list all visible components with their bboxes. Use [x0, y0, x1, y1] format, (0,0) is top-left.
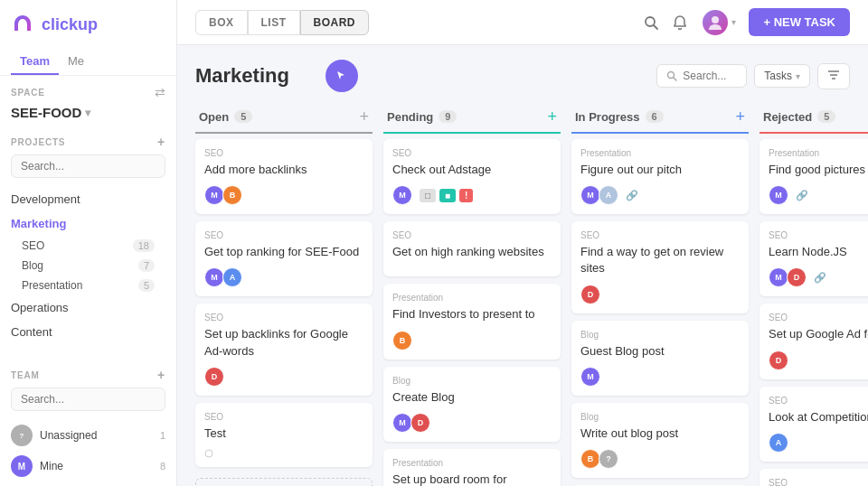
avatar: M [392, 413, 412, 433]
column-header-rejected: Rejected 5 + [760, 101, 868, 134]
view-btn-box[interactable]: BOX [195, 10, 248, 35]
link-icon: 🔗 [814, 272, 826, 284]
user-dropdown-icon[interactable]: ▾ [731, 17, 736, 27]
avatar: A [599, 185, 618, 205]
column-title-rejected: Rejected 5 [763, 110, 835, 124]
avatar: B [222, 185, 242, 205]
column-title-in-progress: In Progress 6 [575, 110, 664, 124]
avatar: D [769, 350, 788, 370]
team-member-mine[interactable]: M Mine 8 [0, 451, 176, 481]
avatar: B [580, 449, 600, 469]
add-card-in-progress-icon[interactable]: + [735, 108, 745, 125]
sidebar-tab-me[interactable]: Me [59, 49, 93, 75]
card-find-investors[interactable]: Presentation Find Investors to present t… [383, 284, 561, 359]
avatar: A [769, 433, 788, 453]
card-backlinks-adwords[interactable]: SEO Set up backlinks for Google Ad-words… [195, 304, 373, 395]
avatar-unassigned: ? [11, 425, 33, 446]
sidebar-sub-item-seo[interactable]: SEO 18 [0, 236, 176, 256]
space-name[interactable]: SEE-FOOD ▾ [0, 103, 176, 126]
avatar: D [580, 285, 600, 304]
new-task-button[interactable]: + NEW TASK [749, 8, 850, 36]
add-project-icon[interactable]: + [157, 135, 165, 149]
card-guest-blog[interactable]: Blog Guest Blog post M [571, 321, 749, 396]
card-navigation-ux[interactable]: SEO Check navigation and UX factors M D … [760, 469, 868, 486]
sidebar-item-operations[interactable]: Operations [0, 295, 176, 320]
filter-button[interactable] [817, 63, 850, 89]
view-btn-list[interactable]: LIST [248, 10, 300, 35]
avatar: B [392, 331, 412, 350]
board-search-box[interactable] [656, 64, 747, 88]
project-search-input[interactable] [11, 154, 165, 178]
column-title-pending: Pending 9 [387, 110, 457, 124]
column-header-in-progress: In Progress 6 + [571, 101, 749, 134]
tasks-dropdown[interactable]: Tasks ▾ [754, 64, 810, 88]
card-top-ranking[interactable]: SEO Get top ranking for SEE-Food M A [195, 221, 373, 296]
card-google-ad-aviato[interactable]: SEO Set up Google Ad for Aviato D [760, 304, 868, 379]
team-section: TEAM + [0, 359, 176, 420]
team-member-bighead[interactable]: B Big Head 7 [0, 481, 176, 486]
card-competition-websites[interactable]: SEO Look at Competition Websites A [760, 387, 868, 462]
card-add-backlinks[interactable]: SEO Add more backlinks M B [195, 139, 373, 214]
search-icon-btn[interactable] [643, 14, 659, 31]
sidebar-sub-item-blog[interactable]: Blog 7 [0, 256, 176, 276]
avatar: M [580, 367, 600, 387]
projects-section: PROJECTS + [0, 126, 176, 187]
link-icon: 🔗 [796, 190, 808, 201]
card-write-blog[interactable]: Blog Write out blog post B ? [571, 403, 749, 478]
board-columns: Open 5 + SEO Add more backlinks M B SEO … [177, 101, 868, 486]
card-test[interactable]: SEO Test [195, 403, 373, 467]
card-figure-pitch[interactable]: Presentation Figure out our pitch M A 🔗 [571, 139, 749, 214]
column-pending: Pending 9 + SEO Check out Adstage M □ ■ … [383, 101, 561, 486]
svg-point-3 [668, 72, 675, 79]
card-high-ranking[interactable]: SEO Get on high ranking websites [383, 221, 561, 276]
logo-area: clickup [0, 0, 176, 49]
view-btn-board[interactable]: BOARD [300, 10, 370, 35]
avatar: M [769, 185, 788, 205]
sidebar-item-development[interactable]: Development [0, 187, 176, 211]
column-open: Open 5 + SEO Add more backlinks M B SEO … [195, 101, 373, 486]
board-title-area: Marketing [195, 60, 358, 92]
avatar: D [787, 267, 807, 287]
card-board-room[interactable]: Presentation Set up board room for prese… [383, 449, 561, 486]
team-label: TEAM + [11, 368, 165, 382]
svg-point-8 [205, 450, 212, 457]
space-dropdown-icon[interactable]: ▾ [85, 107, 90, 119]
board-header: Marketing Tasks ▾ [177, 45, 868, 101]
sidebar-sub-item-presentation[interactable]: Presentation 5 [0, 276, 176, 295]
avatar: M [580, 185, 600, 205]
space-header: SPACE ⇄ [0, 76, 176, 103]
add-card-open-icon[interactable]: + [359, 108, 369, 125]
dropdown-chevron-icon: ▾ [796, 71, 800, 81]
select-list-open[interactable]: Select List... [195, 478, 373, 486]
avatar: D [410, 413, 430, 433]
add-team-icon[interactable]: + [157, 368, 165, 382]
bell-icon [672, 14, 688, 31]
sidebar-item-marketing[interactable]: Marketing [0, 211, 176, 236]
svg-line-4 [674, 78, 676, 80]
card-check-adstage[interactable]: SEO Check out Adstage M □ ■ ! [383, 139, 561, 214]
search-icon [643, 14, 659, 31]
add-card-pending-icon[interactable]: + [547, 108, 557, 125]
space-label: SPACE [11, 88, 45, 98]
space-settings-icon[interactable]: ⇄ [155, 85, 165, 99]
avatar: M [204, 185, 224, 205]
avatar: M [204, 267, 224, 287]
topbar: BOX LIST BOARD [177, 0, 868, 45]
team-search-input[interactable] [11, 388, 165, 411]
card-learn-nodejs[interactable]: SEO Learn Node.JS M D 🔗 [760, 221, 868, 296]
sidebar-item-content[interactable]: Content [0, 320, 176, 344]
card-create-blog[interactable]: Blog Create Blog M D [383, 367, 561, 442]
board-title: Marketing [195, 64, 289, 88]
avatar-mine: M [11, 455, 33, 477]
card-review-sites[interactable]: SEO Find a way to get on review sites D [571, 221, 749, 313]
avatar: D [204, 367, 224, 387]
column-header-pending: Pending 9 + [383, 101, 561, 134]
card-food-pictures[interactable]: Presentation Find good pictures of food … [760, 139, 868, 214]
team-member-unassigned[interactable]: ? Unassigned 1 [0, 420, 176, 451]
sidebar-tab-team[interactable]: Team [11, 49, 59, 75]
notification-icon-btn[interactable] [672, 14, 688, 31]
sidebar: clickup Team Me SPACE ⇄ SEE-FOOD ▾ PROJE… [0, 0, 177, 486]
topbar-right: ▾ + NEW TASK [643, 8, 850, 37]
user-avatar-group[interactable]: ▾ [701, 8, 736, 37]
board-search-input[interactable] [683, 70, 737, 82]
